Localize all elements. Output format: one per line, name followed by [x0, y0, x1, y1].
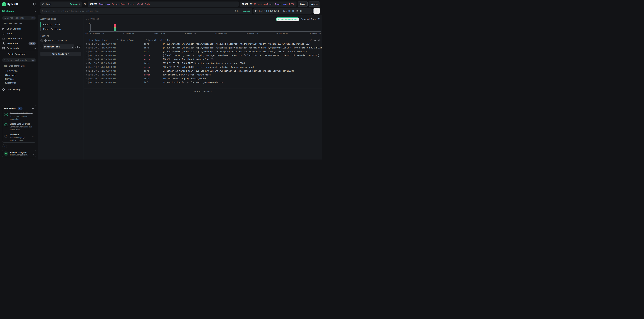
- chevron-up-icon[interactable]: [34, 10, 36, 12]
- select-columns-input[interactable]: SELECT Timestamp,ServiceName,SeverityTex…: [88, 1, 238, 7]
- bar-chart-icon[interactable]: [75, 46, 78, 48]
- denoise-checkbox[interactable]: [40, 39, 43, 42]
- col-body[interactable]: ⋮⋮Body: [163, 39, 322, 41]
- alerts-button[interactable]: Alerts: [309, 1, 320, 7]
- table-row[interactable]: Dec 10 9:51:30.000 AM error 500 Internal…: [84, 73, 322, 77]
- table-row[interactable]: Dec 10 9:51:30.000 AM info Exception in …: [84, 69, 322, 73]
- drag-handle-icon[interactable]: ⋮⋮: [116, 39, 120, 41]
- table-row[interactable]: Dec 10 9:51:30.000 AM info 404 Not Found…: [84, 77, 322, 80]
- expand-row-icon[interactable]: [86, 53, 89, 57]
- sidebar-item-search[interactable]: Search: [2, 8, 36, 14]
- source-settings-gear-icon[interactable]: ⚙: [83, 2, 86, 6]
- lang-sql-option[interactable]: SQL: [235, 10, 239, 12]
- date-range-picker[interactable]: Dec 10 09:50:13 - Dec 10 10:05:13: [253, 8, 312, 13]
- expand-row-icon[interactable]: [86, 57, 89, 61]
- sidebar-item-alerts[interactable]: Alerts: [2, 31, 36, 36]
- source-select[interactable]: Logs Schema: [40, 1, 82, 7]
- save-button[interactable]: Save: [298, 1, 308, 7]
- expand-row-icon[interactable]: [86, 65, 89, 69]
- cell-severitytext: warn: [144, 50, 163, 53]
- code-view-icon[interactable]: </>: [309, 39, 312, 41]
- facet-search-box[interactable]: SeverityText: [42, 44, 74, 49]
- col-servicename[interactable]: ⋮⋮ServiceName: [116, 39, 144, 41]
- sidebar-item-label: Alerts: [6, 32, 12, 35]
- results-header: 11 Results Resume Live Tail Scanned Rows…: [84, 15, 322, 21]
- saved-dashboards-input[interactable]: Saved Dashboards ⌘K: [2, 58, 36, 62]
- end-of-results-label: End of Results: [84, 89, 322, 93]
- cell-body: 2025-12-09 22:15:00 INFO Starting applic…: [163, 62, 322, 64]
- drag-handle-icon[interactable]: ⋮⋮: [163, 39, 166, 41]
- table-row[interactable]: Dec 10 9:51:30.000 AM info 2025-12-09 22…: [84, 61, 322, 65]
- sidebar-item-client-sessions[interactable]: Client Sessions: [2, 36, 36, 41]
- get-started-item-add-data[interactable]: 3 Add Data Start sending logs, metrics, …: [4, 133, 34, 142]
- table-row[interactable]: Dec 10 9:51:30.000 AM info Authenticatio…: [84, 80, 322, 84]
- sidebar-item-chart-explorer[interactable]: Chart Explorer: [2, 26, 36, 31]
- lang-lucene-option[interactable]: Lucene: [243, 10, 250, 12]
- app-root: HyperDX Search Saved Searches ⌘K No save…: [0, 0, 322, 159]
- expand-row-icon[interactable]: [86, 77, 89, 80]
- profile-card[interactable]: D dominic.tran@clic... dominic.tran@clic…: [2, 150, 36, 157]
- x-tick-mark: [90, 31, 91, 32]
- text-wrap-icon[interactable]: [314, 39, 316, 41]
- col-severitytext[interactable]: ⋮⋮SeverityText: [144, 39, 163, 41]
- select-field-timestamp: Timestamp: [99, 3, 110, 5]
- event-search-input[interactable]: Search your events w/ Lucene ex. column:…: [40, 8, 252, 14]
- chevron-up-icon[interactable]: [34, 48, 36, 49]
- chevron-up-icon[interactable]: [32, 108, 34, 109]
- x-tick-label: 9:56:30 AM: [184, 32, 196, 35]
- x-tick-mark: [190, 31, 190, 32]
- mode-event-patterns[interactable]: Event Patterns: [40, 27, 82, 31]
- drag-handle-icon[interactable]: ⋮⋮: [144, 39, 147, 41]
- cell-timestamp: Dec 10 9:51:30.000 AM: [89, 73, 116, 76]
- more-filters-button[interactable]: More filters: [40, 52, 82, 56]
- search-icon: [71, 46, 73, 48]
- run-query-button[interactable]: [314, 8, 320, 14]
- plus-icon: [4, 53, 6, 55]
- preset-clickhouse[interactable]: ClickHouse: [2, 73, 36, 77]
- denoise-toggle[interactable]: Denoise Results: [40, 39, 82, 42]
- chevron-right-icon[interactable]: [40, 46, 42, 48]
- pin-icon[interactable]: [79, 46, 82, 48]
- table-row[interactable]: Dec 10 9:51:30.000 AM info {"level":"inf…: [84, 46, 322, 50]
- get-started-header[interactable]: Get Started 2/3: [4, 107, 34, 110]
- get-started-item-connect[interactable]: Connect to ClickHouse Set up your databa…: [4, 112, 34, 120]
- expand-row-icon[interactable]: [86, 73, 89, 77]
- table-row[interactable]: Dec 10 9:51:30.000 AM error {"level":"er…: [84, 53, 322, 57]
- x-tick-label: 9:52:30 AM: [123, 32, 134, 35]
- presets-toggle[interactable]: PRESETS: [2, 69, 36, 73]
- get-started-item-desc: Start sending logs, metrics, or traces: [10, 136, 29, 142]
- lightning-icon: [278, 18, 280, 20]
- get-started-item-sources[interactable]: Create Data Sources Configure where your…: [4, 123, 34, 131]
- preset-services[interactable]: Services: [2, 77, 36, 81]
- table-row[interactable]: Dec 10 9:51:30.000 AM warn {"level":"war…: [84, 50, 322, 53]
- help-button[interactable]: ?: [2, 144, 7, 148]
- expand-row-icon[interactable]: [86, 61, 89, 65]
- create-dashboard-button[interactable]: Create Dashboard: [2, 51, 36, 56]
- download-icon[interactable]: [318, 38, 320, 41]
- expand-row-icon[interactable]: [86, 80, 89, 84]
- preset-kubernetes[interactable]: Kubernetes: [2, 81, 36, 85]
- check-circle-icon: [4, 123, 8, 127]
- collapse-sidebar-icon[interactable]: [33, 3, 36, 5]
- expand-row-icon[interactable]: [86, 69, 89, 73]
- sidebar-item-service-map[interactable]: Service Map BETA: [2, 41, 36, 46]
- no-saved-dashboards-note: No saved dashboards: [2, 63, 36, 69]
- cell-body: 2025-12-09 22:15:05 ERROR Failed to conn…: [163, 66, 322, 68]
- expand-row-icon[interactable]: [86, 42, 89, 46]
- chart-plot[interactable]: [90, 24, 321, 31]
- col-timestamp[interactable]: Timestamp (Local): [89, 39, 116, 41]
- x-tick-label: 10:00:30 AM: [246, 32, 258, 35]
- denoise-icon: [44, 39, 47, 42]
- table-row[interactable]: Dec 10 9:51:30.000 AM error [ERROR] Lamb…: [84, 57, 322, 61]
- expand-row-icon[interactable]: [86, 50, 89, 53]
- table-row[interactable]: Dec 10 9:51:30.000 AM error 2025-12-09 2…: [84, 65, 322, 69]
- saved-searches-input[interactable]: Saved Searches ⌘K: [2, 16, 36, 20]
- sidebar-item-team-settings[interactable]: Team Settings: [2, 87, 36, 92]
- table-row[interactable]: Dec 10 9:51:30.000 AM info {"level":"inf…: [84, 42, 322, 46]
- expand-row-icon[interactable]: [86, 46, 89, 50]
- order-by-input[interactable]: ORDER BY (TimestampTime, Timestamp) DESC: [240, 1, 296, 7]
- sidebar-item-dashboards[interactable]: Dashboards: [2, 46, 36, 51]
- cell-body: {"level":"info","service":"api","message…: [163, 46, 322, 49]
- mode-results-table[interactable]: Results Table: [40, 22, 82, 27]
- resume-live-tail-button[interactable]: Resume Live Tail: [276, 17, 299, 21]
